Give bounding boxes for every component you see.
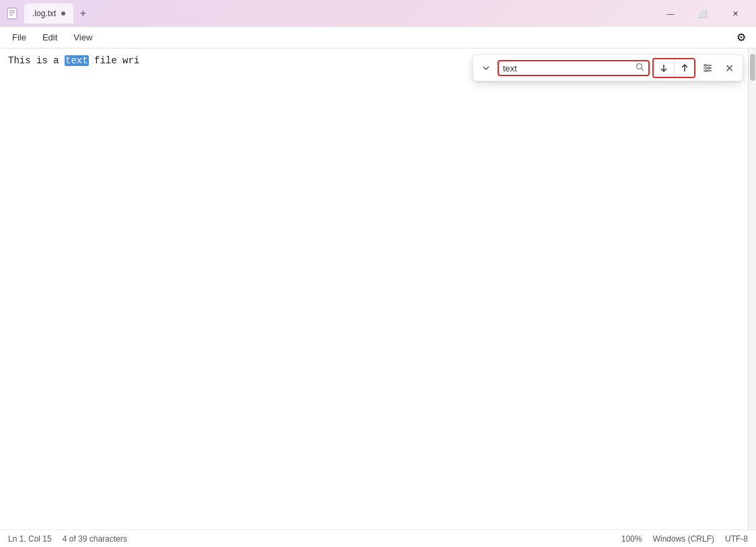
zoom-level[interactable]: 100% (621, 534, 642, 544)
line-ending[interactable]: Windows (CRLF) (653, 534, 714, 544)
highlighted-word: text (65, 55, 89, 66)
svg-point-12 (708, 67, 710, 69)
window-controls: — ⬜ ✕ (655, 3, 751, 24)
find-next-button[interactable] (654, 59, 674, 77)
minimize-button[interactable]: — (655, 3, 686, 24)
menu-file[interactable]: File (5, 30, 33, 45)
status-bar: Ln 1, Col 15 4 of 39 characters 100% Win… (0, 529, 756, 547)
find-input[interactable] (503, 63, 633, 73)
menu-edit[interactable]: Edit (36, 30, 64, 45)
find-search-icon (635, 63, 644, 73)
tab-label: .log.txt (32, 9, 56, 18)
editor-content[interactable]: This is a text file wri (0, 49, 748, 529)
cursor-position: Ln 1, Col 15 (8, 534, 52, 544)
find-close-button[interactable]: ✕ (720, 59, 738, 77)
menu-bar: File Edit View ⚙ (0, 27, 756, 49)
add-tab-button[interactable]: + (73, 4, 92, 23)
menu-view[interactable]: View (67, 30, 99, 45)
svg-point-13 (706, 70, 708, 72)
svg-point-11 (705, 65, 707, 67)
encoding[interactable]: UTF-8 (725, 534, 748, 544)
tab-modified-dot (61, 11, 65, 15)
maximize-button[interactable]: ⬜ (687, 3, 718, 24)
find-nav-group (652, 58, 695, 78)
find-options-button[interactable] (698, 59, 717, 77)
settings-button[interactable]: ⚙ (732, 28, 751, 47)
find-bar: ✕ (473, 55, 743, 81)
svg-point-4 (637, 64, 642, 69)
char-count: 4 of 39 characters (63, 534, 127, 544)
editor-container: This is a text file wri (0, 49, 756, 529)
find-prev-button[interactable] (674, 59, 694, 77)
svg-line-5 (642, 69, 644, 71)
title-bar: .log.txt + — ⬜ ✕ (0, 0, 756, 27)
scrollbar-thumb[interactable] (750, 54, 755, 81)
status-right: 100% Windows (CRLF) UTF-8 (621, 534, 748, 544)
app-icon (5, 7, 19, 20)
tab-log-txt[interactable]: .log.txt (24, 3, 73, 24)
vertical-scrollbar[interactable] (748, 49, 756, 529)
svg-rect-0 (7, 8, 17, 19)
find-input-wrapper (497, 60, 650, 76)
find-collapse-button[interactable] (477, 59, 495, 77)
tab-area: .log.txt + (24, 3, 655, 24)
close-button[interactable]: ✕ (720, 3, 751, 24)
